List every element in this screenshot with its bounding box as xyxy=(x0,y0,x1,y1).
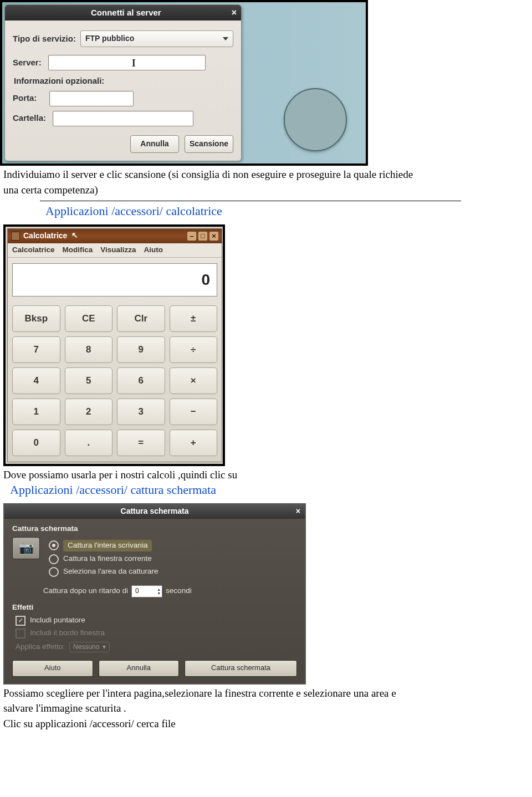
calculator-screenshot: Calcolatrice ↖ – □ × Calcolatrice Modifi… xyxy=(3,224,225,466)
server-input[interactable]: I xyxy=(48,55,206,70)
dialog-title: Connetti al server xyxy=(91,8,161,18)
calc-key[interactable]: 2 xyxy=(65,398,113,425)
connect-server-dialog: Connetti al server × Tipo di servizio: F… xyxy=(4,4,242,161)
close-icon[interactable]: × xyxy=(232,7,237,18)
calc-key[interactable]: 9 xyxy=(117,336,165,363)
capture-option-label: Seleziona l'area da catturare xyxy=(63,567,158,576)
take-screenshot-button[interactable]: Cattura schermata xyxy=(185,660,297,677)
menu-item[interactable]: Modifica xyxy=(63,246,93,255)
include-pointer-checkbox[interactable]: ✓ Includi puntatore xyxy=(16,616,297,626)
heading-screenshot: Applicazioni /accessori/ cattura scherma… xyxy=(10,482,529,498)
dialog-titlebar: Connetti al server × xyxy=(5,5,241,21)
cancel-button[interactable]: Annulla xyxy=(99,660,180,677)
capture-option-label: Cattura la finestra corrente xyxy=(63,554,152,564)
calculator-title: Calcolatrice xyxy=(23,231,67,241)
close-icon[interactable]: × xyxy=(209,232,218,241)
calc-key[interactable]: ± xyxy=(170,305,218,332)
calculator-app-icon xyxy=(11,232,20,241)
menu-item[interactable]: Aiuto xyxy=(144,246,163,255)
capture-option-label: Cattura l'intera scrivania xyxy=(63,540,152,551)
calc-key[interactable]: Clr xyxy=(117,305,165,332)
service-type-label: Tipo di servizio: xyxy=(13,34,76,44)
service-type-select[interactable]: FTP pubblico xyxy=(80,30,233,47)
maximize-icon[interactable]: □ xyxy=(198,232,207,241)
calc-key[interactable]: ÷ xyxy=(170,336,218,363)
calc-key[interactable]: = xyxy=(117,430,165,456)
capture-section-label: Cattura schermata xyxy=(12,524,297,534)
calc-key[interactable]: − xyxy=(170,398,218,425)
chevron-down-icon: ▾ xyxy=(103,643,106,651)
decorative-circle xyxy=(284,88,347,151)
calc-key[interactable]: Bksp xyxy=(12,305,60,332)
calc-key[interactable]: . xyxy=(65,430,113,456)
help-button[interactable]: Aiuto xyxy=(12,660,93,677)
capture-option-window[interactable]: Cattura la finestra corrente xyxy=(49,554,297,564)
paragraph-3-line-2: salvare l'immagine scaturita . xyxy=(3,702,529,715)
port-input[interactable] xyxy=(49,91,134,106)
calculator-display: 0 xyxy=(12,263,217,297)
capture-title: Cattura schermata xyxy=(121,507,189,517)
calculator-keypad: Bksp CE Clr ± 7 8 9 ÷ 4 5 6 × 1 2 3 − 0 … xyxy=(8,302,222,462)
apply-effect-select: Nessuno ▾ xyxy=(69,642,110,652)
apply-effect-value: Nessuno xyxy=(73,643,99,651)
delay-spinner[interactable]: 0 ▲▼ xyxy=(131,585,162,597)
radio-icon xyxy=(49,554,59,564)
folder-label: Cartella: xyxy=(13,113,46,124)
delay-value: 0 xyxy=(135,587,139,595)
menu-item[interactable]: Visualizza xyxy=(100,246,136,255)
calc-key[interactable]: 3 xyxy=(117,398,165,425)
capture-dialog-screenshot: Cattura schermata × Cattura schermata 📷 … xyxy=(3,503,306,684)
cursor-icon: ↖ xyxy=(71,231,78,241)
calc-key[interactable]: 1 xyxy=(12,398,60,425)
include-border-checkbox: Includi il bordo finestra xyxy=(16,629,297,638)
capture-titlebar: Cattura schermata × xyxy=(4,504,305,519)
calc-key[interactable]: 0 xyxy=(12,430,60,456)
scan-button[interactable]: Scansione xyxy=(185,135,233,153)
calc-key[interactable]: + xyxy=(170,430,218,456)
paragraph-1-line-2: una certa competenza) xyxy=(3,183,529,197)
radio-icon xyxy=(49,540,59,550)
include-border-label: Includi il bordo finestra xyxy=(30,629,105,638)
camera-icon: 📷 xyxy=(12,537,40,559)
service-type-value: FTP pubblico xyxy=(85,34,134,44)
include-pointer-label: Includi puntatore xyxy=(30,616,85,625)
divider-line xyxy=(40,201,461,201)
server-label: Server: xyxy=(13,58,42,68)
calc-key[interactable]: 7 xyxy=(12,336,60,363)
minimize-icon[interactable]: – xyxy=(187,232,196,241)
menu-item[interactable]: Calcolatrice xyxy=(12,246,55,255)
close-icon[interactable]: × xyxy=(296,507,300,517)
folder-input[interactable] xyxy=(53,111,193,126)
cancel-button[interactable]: Annulla xyxy=(130,135,179,153)
calc-key[interactable]: 4 xyxy=(12,367,60,394)
apply-effect-label: Applica effetto: xyxy=(16,642,65,652)
capture-option-area[interactable]: Seleziona l'area da catturare xyxy=(49,567,297,577)
calculator-titlebar: Calcolatrice ↖ – □ × xyxy=(8,229,222,243)
calculator-window: Calcolatrice ↖ – □ × Calcolatrice Modifi… xyxy=(7,228,222,462)
paragraph-1-line-1: Individuiamo il server e clic scansione … xyxy=(3,168,529,181)
radio-icon xyxy=(49,567,59,577)
text-caret-icon: I xyxy=(132,57,136,70)
delay-label: Cattura dopo un ritardo di xyxy=(43,586,128,596)
port-label: Porta: xyxy=(13,93,43,104)
connect-server-screenshot: Connetti al server × Tipo di servizio: F… xyxy=(0,0,368,166)
calc-key[interactable]: × xyxy=(170,367,218,394)
delay-unit: secondi xyxy=(166,586,192,596)
chevron-down-icon xyxy=(223,37,228,40)
calculator-menubar: Calcolatrice Modifica Visualizza Aiuto xyxy=(8,243,222,258)
spinner-buttons-icon: ▲▼ xyxy=(157,587,161,595)
checkbox-icon: ✓ xyxy=(16,616,25,626)
apply-effect-row: Applica effetto: Nessuno ▾ xyxy=(16,642,297,652)
heading-calculator: Applicazioni /accessori/ calcolatrice xyxy=(45,203,529,219)
calc-key[interactable]: 8 xyxy=(65,336,113,363)
capture-delay-row: Cattura dopo un ritardo di 0 ▲▼ secondi xyxy=(43,585,297,597)
calc-key[interactable]: CE xyxy=(65,305,113,332)
effects-section-label: Effetti xyxy=(12,603,297,612)
paragraph-2-line-1: Dove possiamo usarla per i nostri calcol… xyxy=(3,468,529,482)
checkbox-icon xyxy=(16,629,25,638)
paragraph-3-line-3: Clic su applicazioni /accessori/ cerca f… xyxy=(3,717,529,730)
calc-key[interactable]: 5 xyxy=(65,367,113,394)
calc-key[interactable]: 6 xyxy=(117,367,165,394)
capture-option-fullscreen[interactable]: Cattura l'intera scrivania xyxy=(49,540,297,551)
optional-info-label: Informazioni opzionali: xyxy=(14,76,233,86)
